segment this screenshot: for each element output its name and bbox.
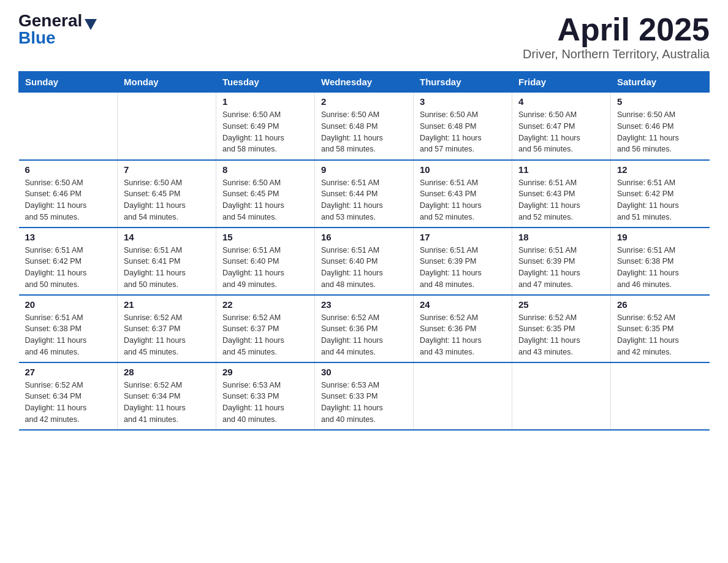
day-info: Sunrise: 6:52 AM Sunset: 6:34 PM Dayligh… xyxy=(124,380,210,426)
day-number: 14 xyxy=(124,232,210,242)
table-row: 19Sunrise: 6:51 AM Sunset: 6:38 PM Dayli… xyxy=(611,228,710,295)
table-row: 18Sunrise: 6:51 AM Sunset: 6:39 PM Dayli… xyxy=(512,228,611,295)
day-info: Sunrise: 6:52 AM Sunset: 6:34 PM Dayligh… xyxy=(25,380,112,426)
day-number: 25 xyxy=(518,299,604,310)
day-number: 16 xyxy=(321,232,407,242)
logo: General Blue xyxy=(18,12,97,47)
day-info: Sunrise: 6:51 AM Sunset: 6:43 PM Dayligh… xyxy=(518,177,604,223)
col-tuesday: Tuesday xyxy=(216,72,315,93)
day-info: Sunrise: 6:51 AM Sunset: 6:44 PM Dayligh… xyxy=(321,177,407,223)
day-number: 15 xyxy=(222,232,308,242)
day-number: 13 xyxy=(25,232,112,242)
day-info: Sunrise: 6:50 AM Sunset: 6:46 PM Dayligh… xyxy=(25,177,112,223)
day-number: 24 xyxy=(420,299,506,310)
day-info: Sunrise: 6:52 AM Sunset: 6:36 PM Dayligh… xyxy=(420,312,506,358)
table-row: 28Sunrise: 6:52 AM Sunset: 6:34 PM Dayli… xyxy=(118,362,216,430)
day-info: Sunrise: 6:51 AM Sunset: 6:40 PM Dayligh… xyxy=(222,245,308,291)
day-info: Sunrise: 6:52 AM Sunset: 6:37 PM Dayligh… xyxy=(124,312,210,358)
day-info: Sunrise: 6:52 AM Sunset: 6:36 PM Dayligh… xyxy=(321,312,407,358)
day-number: 8 xyxy=(222,164,308,175)
day-number: 21 xyxy=(124,299,210,310)
day-number: 30 xyxy=(321,367,407,377)
table-row: 30Sunrise: 6:53 AM Sunset: 6:33 PM Dayli… xyxy=(315,362,414,430)
day-info: Sunrise: 6:51 AM Sunset: 6:38 PM Dayligh… xyxy=(617,245,703,291)
day-info: Sunrise: 6:51 AM Sunset: 6:39 PM Dayligh… xyxy=(420,245,506,291)
day-info: Sunrise: 6:52 AM Sunset: 6:35 PM Dayligh… xyxy=(617,312,703,358)
table-row: 4Sunrise: 6:50 AM Sunset: 6:47 PM Daylig… xyxy=(512,93,611,160)
col-wednesday: Wednesday xyxy=(315,72,414,93)
logo-triangle-icon xyxy=(85,19,97,30)
col-friday: Friday xyxy=(512,72,611,93)
logo-blue-text: Blue xyxy=(18,29,56,47)
logo-general-text: General xyxy=(18,12,82,29)
table-row: 5Sunrise: 6:50 AM Sunset: 6:46 PM Daylig… xyxy=(611,93,710,160)
table-row xyxy=(118,93,216,160)
table-row: 7Sunrise: 6:50 AM Sunset: 6:45 PM Daylig… xyxy=(118,160,216,228)
day-number: 22 xyxy=(222,299,308,310)
day-info: Sunrise: 6:50 AM Sunset: 6:47 PM Dayligh… xyxy=(518,109,604,155)
table-row: 14Sunrise: 6:51 AM Sunset: 6:41 PM Dayli… xyxy=(118,228,216,295)
day-info: Sunrise: 6:51 AM Sunset: 6:42 PM Dayligh… xyxy=(617,177,703,223)
calendar-week-row: 20Sunrise: 6:51 AM Sunset: 6:38 PM Dayli… xyxy=(19,295,710,362)
day-number: 4 xyxy=(518,96,604,107)
calendar-week-row: 6Sunrise: 6:50 AM Sunset: 6:46 PM Daylig… xyxy=(19,160,710,228)
day-number: 6 xyxy=(25,164,112,175)
calendar-week-row: 13Sunrise: 6:51 AM Sunset: 6:42 PM Dayli… xyxy=(19,228,710,295)
day-number: 3 xyxy=(420,96,506,107)
table-row: 27Sunrise: 6:52 AM Sunset: 6:34 PM Dayli… xyxy=(19,362,118,430)
day-info: Sunrise: 6:51 AM Sunset: 6:39 PM Dayligh… xyxy=(518,245,604,291)
day-number: 17 xyxy=(420,232,506,242)
day-info: Sunrise: 6:51 AM Sunset: 6:42 PM Dayligh… xyxy=(25,245,112,291)
day-info: Sunrise: 6:53 AM Sunset: 6:33 PM Dayligh… xyxy=(222,380,308,426)
day-info: Sunrise: 6:50 AM Sunset: 6:48 PM Dayligh… xyxy=(420,109,506,155)
table-row: 12Sunrise: 6:51 AM Sunset: 6:42 PM Dayli… xyxy=(611,160,710,228)
table-row: 25Sunrise: 6:52 AM Sunset: 6:35 PM Dayli… xyxy=(512,295,611,362)
day-info: Sunrise: 6:51 AM Sunset: 6:38 PM Dayligh… xyxy=(25,312,112,358)
day-number: 18 xyxy=(518,232,604,242)
day-number: 7 xyxy=(124,164,210,175)
day-number: 23 xyxy=(321,299,407,310)
table-row: 1Sunrise: 6:50 AM Sunset: 6:49 PM Daylig… xyxy=(216,93,315,160)
col-sunday: Sunday xyxy=(19,72,118,93)
table-row: 6Sunrise: 6:50 AM Sunset: 6:46 PM Daylig… xyxy=(19,160,118,228)
day-info: Sunrise: 6:50 AM Sunset: 6:48 PM Dayligh… xyxy=(321,109,407,155)
day-info: Sunrise: 6:51 AM Sunset: 6:43 PM Dayligh… xyxy=(420,177,506,223)
day-number: 20 xyxy=(25,299,112,310)
day-info: Sunrise: 6:51 AM Sunset: 6:41 PM Dayligh… xyxy=(124,245,210,291)
day-info: Sunrise: 6:50 AM Sunset: 6:46 PM Dayligh… xyxy=(617,109,703,155)
title-block: April 2025 Driver, Northern Territory, A… xyxy=(523,12,710,61)
day-info: Sunrise: 6:52 AM Sunset: 6:37 PM Dayligh… xyxy=(222,312,308,358)
calendar-week-row: 1Sunrise: 6:50 AM Sunset: 6:49 PM Daylig… xyxy=(19,93,710,160)
table-row: 29Sunrise: 6:53 AM Sunset: 6:33 PM Dayli… xyxy=(216,362,315,430)
day-info: Sunrise: 6:50 AM Sunset: 6:49 PM Dayligh… xyxy=(222,109,308,155)
table-row: 11Sunrise: 6:51 AM Sunset: 6:43 PM Dayli… xyxy=(512,160,611,228)
table-row: 21Sunrise: 6:52 AM Sunset: 6:37 PM Dayli… xyxy=(118,295,216,362)
table-row xyxy=(19,93,118,160)
day-number: 27 xyxy=(25,367,112,377)
day-number: 11 xyxy=(518,164,604,175)
table-row: 17Sunrise: 6:51 AM Sunset: 6:39 PM Dayli… xyxy=(414,228,512,295)
table-row: 24Sunrise: 6:52 AM Sunset: 6:36 PM Dayli… xyxy=(414,295,512,362)
day-number: 26 xyxy=(617,299,703,310)
day-number: 12 xyxy=(617,164,703,175)
table-row: 8Sunrise: 6:50 AM Sunset: 6:45 PM Daylig… xyxy=(216,160,315,228)
day-info: Sunrise: 6:52 AM Sunset: 6:35 PM Dayligh… xyxy=(518,312,604,358)
day-number: 28 xyxy=(124,367,210,377)
table-row: 23Sunrise: 6:52 AM Sunset: 6:36 PM Dayli… xyxy=(315,295,414,362)
table-row xyxy=(414,362,512,430)
col-thursday: Thursday xyxy=(414,72,512,93)
table-row: 2Sunrise: 6:50 AM Sunset: 6:48 PM Daylig… xyxy=(315,93,414,160)
day-number: 19 xyxy=(617,232,703,242)
page-header: General Blue April 2025 Driver, Northern… xyxy=(18,12,710,61)
day-info: Sunrise: 6:53 AM Sunset: 6:33 PM Dayligh… xyxy=(321,380,407,426)
col-saturday: Saturday xyxy=(611,72,710,93)
day-number: 2 xyxy=(321,96,407,107)
calendar-header-row: Sunday Monday Tuesday Wednesday Thursday… xyxy=(19,72,710,93)
day-info: Sunrise: 6:51 AM Sunset: 6:40 PM Dayligh… xyxy=(321,245,407,291)
day-number: 29 xyxy=(222,367,308,377)
page-title: April 2025 xyxy=(523,12,710,47)
day-info: Sunrise: 6:50 AM Sunset: 6:45 PM Dayligh… xyxy=(222,177,308,223)
page-subtitle: Driver, Northern Territory, Australia xyxy=(523,47,710,61)
day-info: Sunrise: 6:50 AM Sunset: 6:45 PM Dayligh… xyxy=(124,177,210,223)
table-row: 15Sunrise: 6:51 AM Sunset: 6:40 PM Dayli… xyxy=(216,228,315,295)
